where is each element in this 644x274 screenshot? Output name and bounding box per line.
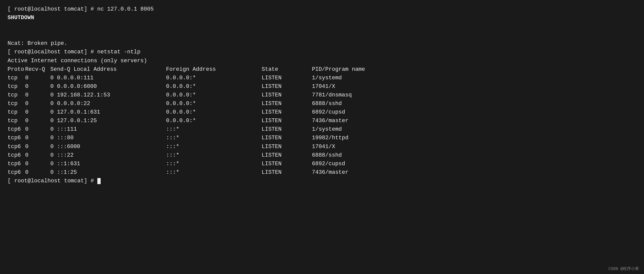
col-recvq: 0 <box>25 82 50 91</box>
col-proto: tcp <box>8 74 25 82</box>
col-pid: 7436/master <box>312 169 348 176</box>
col-foreign: 0.0.0.0:* <box>166 117 262 125</box>
col-state: LISTEN <box>262 151 312 160</box>
col-state: LISTEN <box>262 168 312 177</box>
col-foreign: 0.0.0.0:* <box>166 108 262 117</box>
col-sendq: 0 ::1:631 <box>50 160 166 168</box>
terminal-line: tcp600 ::1:25:::*LISTEN7436/master <box>8 168 636 177</box>
col-pid: 7781/dnsmasq <box>312 92 352 98</box>
col-recvq: 0 <box>25 99 50 108</box>
col-state: LISTEN <box>262 134 312 142</box>
col-pid: 6892/cupsd <box>312 161 345 167</box>
col-foreign: 0.0.0.0:* <box>166 74 262 82</box>
col-foreign: 0.0.0.0:* <box>166 91 262 99</box>
col-sendq: 0 127.0.0.1:631 <box>50 108 166 117</box>
col-foreign: :::* <box>166 143 262 151</box>
col-recvq: 0 <box>25 108 50 117</box>
output-text: Ncat: Broken pipe. <box>8 40 67 47</box>
col-recvq: 0 <box>25 168 50 177</box>
col-recvq: 0 <box>25 160 50 168</box>
terminal: [ root@localhost tomcat] # nc 127.0.0.1 … <box>0 0 644 274</box>
col-recvq: 0 <box>25 134 50 142</box>
col-proto: tcp6 <box>8 151 25 160</box>
col-sendq: 0 127.0.0.1:25 <box>50 117 166 125</box>
terminal-line: [ root@localhost tomcat] # nc 127.0.0.1 … <box>8 5 636 14</box>
cursor <box>97 178 101 184</box>
col-foreign: 0.0.0.0:* <box>166 82 262 91</box>
col-sendq: 0 192.168.122.1:53 <box>50 91 166 99</box>
col-proto: tcp <box>8 99 25 108</box>
col-proto: tcp <box>8 108 25 117</box>
terminal-line: tcp00 0.0.0.0:220.0.0.0:*LISTEN6888/sshd <box>8 99 636 108</box>
prompt: [ root@localhost tomcat] # <box>8 6 97 12</box>
terminal-line: tcp00 127.0.0.1:6310.0.0.0:*LISTEN6892/c… <box>8 108 636 117</box>
col-recvq: 0 <box>25 91 50 99</box>
col-state: LISTEN <box>262 160 312 168</box>
terminal-line: Ncat: Broken pipe. <box>8 39 636 48</box>
col-proto: tcp6 <box>8 168 25 177</box>
terminal-line: tcp00 0.0.0.0:60000.0.0.0:*LISTEN17041/X <box>8 82 636 91</box>
terminal-line: SHUTDOWN <box>8 14 636 22</box>
terminal-line: tcp00 127.0.0.1:250.0.0.0:*LISTEN7436/ma… <box>8 117 636 125</box>
watermark: CSDN @程序小果 <box>608 266 639 271</box>
col-sendq: 0 :::80 <box>50 134 166 142</box>
col-proto: tcp <box>8 82 25 91</box>
terminal-line: tcp600 :::22:::*LISTEN6888/sshd <box>8 151 636 160</box>
col-state: LISTEN <box>262 91 312 99</box>
col-foreign-hdr: Foreign Address <box>166 65 262 74</box>
col-pid: 1/systemd <box>312 75 342 81</box>
col-recvq: 0 <box>25 74 50 82</box>
col-foreign: :::* <box>166 160 262 168</box>
col-state-hdr: State <box>262 65 312 74</box>
col-sendq: 0 0.0.0.0:22 <box>50 99 166 108</box>
col-pid: 17041/X <box>312 144 335 150</box>
col-proto: tcp6 <box>8 160 25 168</box>
col-pid: 6888/sshd <box>312 100 342 107</box>
terminal-line: Active Internet connections (only server… <box>8 57 636 65</box>
col-foreign: :::* <box>166 151 262 160</box>
col-proto: tcp <box>8 91 25 99</box>
col-state: LISTEN <box>262 125 312 134</box>
col-state: LISTEN <box>262 74 312 82</box>
col-sendq: 0 0.0.0.0:111 <box>50 74 166 82</box>
col-pid: 7436/master <box>312 118 348 124</box>
col-recvq: 0 <box>25 125 50 134</box>
col-pid-hdr: PID/Program name <box>312 66 365 73</box>
col-recvq: 0 <box>25 143 50 151</box>
col-proto: tcp6 <box>8 143 25 151</box>
col-foreign: :::* <box>166 134 262 142</box>
col-proto: tcp6 <box>8 134 25 142</box>
col-sendq-hdr: Send-Q Local Address <box>50 65 166 74</box>
col-pid: 17041/X <box>312 83 335 90</box>
col-proto-hdr: Proto <box>8 65 25 74</box>
terminal-line: tcp600 :::6000:::*LISTEN17041/X <box>8 143 636 151</box>
terminal-line: [ root@localhost tomcat] # <box>8 177 636 185</box>
command: nc 127.0.0.1 8005 <box>97 6 153 12</box>
col-state: LISTEN <box>262 117 312 125</box>
col-proto: tcp <box>8 117 25 125</box>
col-pid: 19982/httpd <box>312 135 348 141</box>
col-recvq: 0 <box>25 117 50 125</box>
terminal-line: tcp600 :::111:::*LISTEN1/systemd <box>8 125 636 134</box>
command: netstat -ntlp <box>97 49 140 55</box>
bold-output: SHUTDOWN <box>8 15 34 21</box>
col-pid: 1/systemd <box>312 126 342 132</box>
col-sendq: 0 0.0.0.0:6000 <box>50 82 166 91</box>
col-foreign: 0.0.0.0:* <box>166 99 262 108</box>
col-state: LISTEN <box>262 108 312 117</box>
terminal-line: ProtoRecv-QSend-Q Local AddressForeign A… <box>8 65 636 74</box>
output-text: Active Internet connections (only server… <box>8 58 147 64</box>
col-pid: 6892/cupsd <box>312 109 345 115</box>
col-recvq-hdr: Recv-Q <box>25 65 50 74</box>
col-state: LISTEN <box>262 82 312 91</box>
prompt: [ root@localhost tomcat] # <box>8 49 97 55</box>
terminal-line <box>8 31 636 39</box>
terminal-line: tcp00 192.168.122.1:530.0.0.0:*LISTEN778… <box>8 91 636 99</box>
col-sendq: 0 ::1:25 <box>50 168 166 177</box>
col-foreign: :::* <box>166 168 262 177</box>
col-sendq: 0 :::22 <box>50 151 166 160</box>
terminal-line: tcp600 :::80:::*LISTEN19982/httpd <box>8 134 636 142</box>
col-recvq: 0 <box>25 151 50 160</box>
col-foreign: :::* <box>166 125 262 134</box>
terminal-line: tcp00 0.0.0.0:1110.0.0.0:*LISTEN1/system… <box>8 74 636 82</box>
